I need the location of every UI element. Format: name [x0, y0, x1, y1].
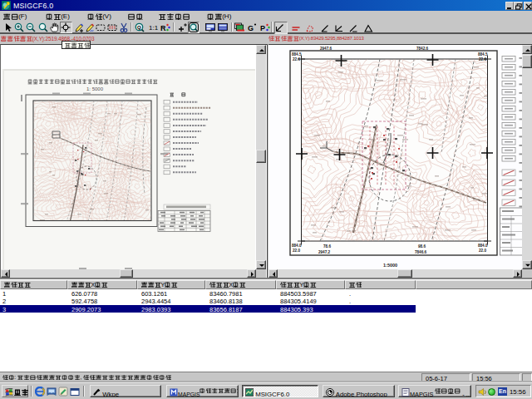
- svg-text:1: 5000: 1: 5000: [86, 86, 104, 91]
- svg-text:22.0: 22.0: [293, 249, 300, 253]
- svg-text:884.5: 884.5: [478, 52, 488, 57]
- svg-text:78.6: 78.6: [323, 244, 331, 249]
- svg-text:1:5000: 1:5000: [383, 263, 397, 268]
- svg-text:22.0: 22.0: [479, 249, 486, 253]
- svg-text:P: P: [260, 23, 265, 32]
- svg-text:R: R: [160, 23, 166, 32]
- svg-text:G: G: [248, 23, 254, 32]
- svg-text:2947.2: 2947.2: [318, 250, 330, 254]
- svg-text:98.6: 98.6: [418, 244, 426, 249]
- svg-text:Q: Q: [137, 25, 141, 30]
- svg-text:7846.6: 7846.6: [415, 250, 426, 254]
- svg-text:884.0: 884.0: [478, 244, 488, 248]
- svg-text:1:1: 1:1: [149, 24, 159, 32]
- svg-text:884.0: 884.0: [292, 244, 302, 248]
- svg-text:884.5: 884.5: [292, 52, 302, 57]
- svg-text:7842.6: 7842.6: [416, 47, 428, 51]
- svg-text:2947.6: 2947.6: [320, 47, 332, 51]
